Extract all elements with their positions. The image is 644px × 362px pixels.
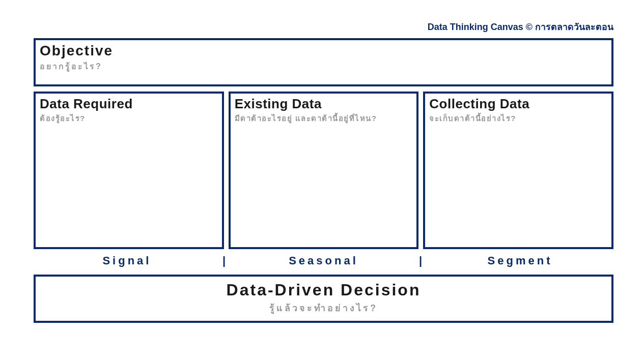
objective-title: Objective [40, 43, 607, 59]
existing-data-subtitle: มีดาต้าอะไรอยู่ และดาต้านี้อยู่ที่ไหน? [235, 112, 413, 125]
objective-subtitle: อยากรู้อะไร? [40, 60, 607, 73]
label-separator-1: | [220, 254, 230, 267]
data-required-subtitle: ต้องรู้อะไร? [40, 112, 218, 125]
label-separator-2: | [417, 254, 427, 267]
objective-box: Objective อยากรู้อะไร? [34, 38, 613, 86]
decision-box: Data-Driven Decision รู้แล้วจะทำอย่างไร? [34, 275, 613, 323]
collecting-data-box: Collecting Data จะเก็บดาต้านี้อย่างไร? [423, 92, 613, 249]
data-required-box: Data Required ต้องรู้อะไร? [34, 92, 224, 249]
collecting-data-subtitle: จะเก็บดาต้านี้อย่างไร? [429, 112, 607, 125]
canvas-container: Objective อยากรู้อะไร? Data Required ต้อ… [34, 38, 613, 323]
columns-row: Data Required ต้องรู้อะไร? Existing Data… [34, 92, 613, 249]
collecting-data-title: Collecting Data [429, 97, 607, 111]
label-signal: Signal [34, 254, 220, 267]
existing-data-title: Existing Data [235, 97, 413, 111]
label-segment: Segment [427, 254, 613, 267]
decision-title: Data-Driven Decision [227, 281, 421, 299]
data-required-title: Data Required [40, 97, 218, 111]
canvas-header: Data Thinking Canvas © การตลาดวันละตอน [428, 19, 613, 34]
labels-row: Signal | Seasonal | Segment [34, 254, 613, 267]
decision-subtitle: รู้แล้วจะทำอย่างไร? [269, 300, 378, 315]
label-seasonal: Seasonal [230, 254, 417, 267]
existing-data-box: Existing Data มีดาต้าอะไรอยู่ และดาต้านี… [229, 92, 419, 249]
